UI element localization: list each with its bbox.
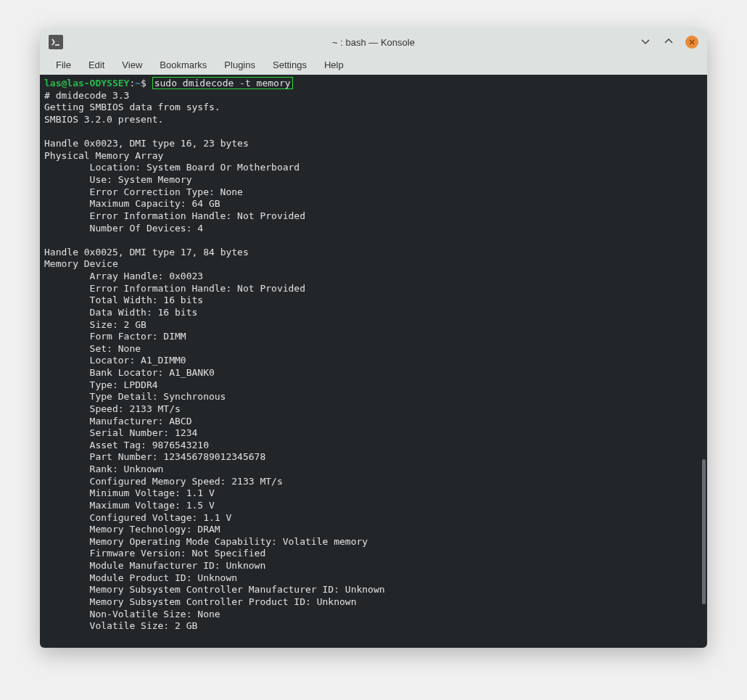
entered-command: sudo dmidecode -t memory — [152, 77, 293, 89]
output-prop: Form Factor: DIMM — [44, 331, 701, 343]
menu-view[interactable]: View — [113, 55, 151, 75]
output-prop: Set: None — [44, 343, 701, 355]
output-line: SMBIOS 3.2.0 present. — [44, 114, 701, 126]
menu-edit[interactable]: Edit — [80, 55, 113, 75]
close-button[interactable] — [685, 36, 698, 49]
output-blank — [44, 234, 701, 247]
output-line: Getting SMBIOS data from sysfs. — [44, 102, 701, 114]
output-prop: Minimum Voltage: 1.1 V — [44, 487, 701, 500]
output-prop: Type: LPDDR4 — [44, 379, 701, 392]
prompt-user-host: las@las-ODYSSEY — [44, 78, 129, 88]
output-prop: Error Information Handle: Not Provided — [44, 210, 701, 223]
menu-plugins[interactable]: Plugins — [215, 55, 264, 75]
output-prop: Part Number: 123456789012345678 — [44, 451, 701, 464]
scrollbar-thumb[interactable] — [702, 459, 706, 604]
output-line: Physical Memory Array — [44, 150, 701, 162]
prompt-symbol: $ — [141, 78, 146, 88]
output-prop: Error Correction Type: None — [44, 186, 701, 199]
menu-file[interactable]: File — [47, 55, 80, 75]
titlebar[interactable]: ~ : bash — Konsole — [40, 29, 707, 55]
output-prop: Module Product ID: Unknown — [44, 572, 701, 585]
output-prop: Maximum Capacity: 64 GB — [44, 198, 701, 210]
output-prop: Firmware Version: Not Specified — [44, 548, 701, 560]
minimize-button[interactable] — [639, 36, 652, 49]
output-prop: Maximum Voltage: 1.5 V — [44, 500, 701, 512]
output-prop: Memory Subsystem Controller Manufacturer… — [44, 584, 701, 596]
output-prop: Locator: A1_DIMM0 — [44, 355, 701, 367]
output-line: Memory Device — [44, 258, 701, 271]
output-prop: Asset Tag: 9876543210 — [44, 440, 701, 452]
output-prop: Speed: 2133 MT/s — [44, 403, 701, 416]
output-prop: Data Width: 16 bits — [44, 307, 701, 319]
output-prop: Memory Technology: DRAM — [44, 524, 701, 536]
menubar: File Edit View Bookmarks Plugins Setting… — [40, 55, 707, 75]
output-prop: Configured Voltage: 1.1 V — [44, 512, 701, 524]
output-prop: Non-Volatile Size: None — [44, 609, 701, 621]
output-prop: Total Width: 16 bits — [44, 295, 701, 307]
output-line: # dmidecode 3.3 — [44, 90, 701, 102]
output-prop: Memory Subsystem Controller Product ID: … — [44, 596, 701, 609]
prompt-line: las@las-ODYSSEY:~$ sudo dmidecode -t mem… — [44, 78, 701, 90]
maximize-button[interactable] — [662, 36, 675, 49]
output-prop: Size: 2 GB — [44, 319, 701, 332]
output-line: Handle 0x0023, DMI type 16, 23 bytes — [44, 138, 701, 150]
output-prop: Module Manufacturer ID: Unknown — [44, 560, 701, 572]
terminal[interactable]: las@las-ODYSSEY:~$ sudo dmidecode -t mem… — [40, 75, 707, 648]
output-prop: Configured Memory Speed: 2133 MT/s — [44, 476, 701, 488]
output-prop: Use: System Memory — [44, 174, 701, 186]
output-prop: Bank Locator: A1_BANK0 — [44, 367, 701, 379]
output-prop: Error Information Handle: Not Provided — [44, 283, 701, 295]
output-prop: Serial Number: 1234 — [44, 427, 701, 440]
window-controls — [639, 36, 698, 49]
output-line: Handle 0x0025, DMI type 17, 84 bytes — [44, 247, 701, 259]
prompt-path: ~ — [135, 78, 141, 88]
output-prop: Number Of Devices: 4 — [44, 223, 701, 235]
menu-settings[interactable]: Settings — [264, 55, 315, 75]
menu-bookmarks[interactable]: Bookmarks — [151, 55, 215, 75]
output-prop: Memory Operating Mode Capability: Volati… — [44, 536, 701, 548]
output-prop: Rank: Unknown — [44, 464, 701, 476]
output-prop: Manufacturer: ABCD — [44, 416, 701, 428]
output-blank — [44, 126, 701, 139]
output-prop: Volatile Size: 2 GB — [44, 620, 701, 633]
window-title: ~ : bash — Konsole — [332, 37, 415, 48]
output-prop: Location: System Board Or Motherboard — [44, 162, 701, 174]
app-icon — [49, 35, 63, 49]
konsole-window: ~ : bash — Konsole File Edit View Bookma… — [40, 29, 707, 648]
output-prop: Type Detail: Synchronous — [44, 391, 701, 403]
output-prop: Array Handle: 0x0023 — [44, 271, 701, 283]
menu-help[interactable]: Help — [315, 55, 352, 75]
